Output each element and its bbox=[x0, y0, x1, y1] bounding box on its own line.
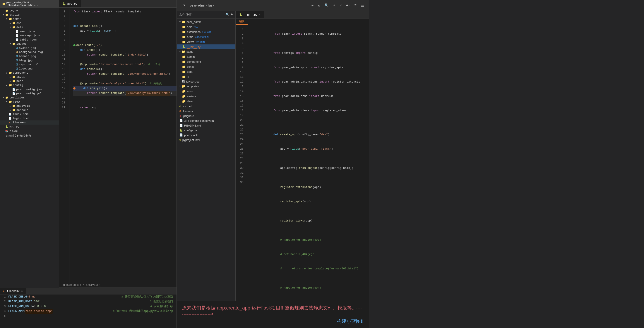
tree-item-external-libs[interactable]: ▶ 📚 外部库 bbox=[0, 129, 59, 134]
tree-item-admin[interactable]: ▼ 📁 admin bbox=[0, 17, 59, 21]
tree-item-config-folder[interactable]: ▶ 📁 config bbox=[0, 83, 59, 87]
toolbar-find-icon[interactable]: ⌕ bbox=[332, 2, 336, 8]
fb-tab-init-py[interactable]: 🐍 __init__.py ✕ bbox=[236, 11, 264, 18]
code-line-15 bbox=[73, 76, 176, 81]
fb-item-readme[interactable]: 📄 README.md bbox=[177, 123, 236, 128]
fb-item-pear-admin[interactable]: ▼ 📁 pear_admin bbox=[177, 19, 236, 24]
fb-line-6: from pear_admin.orms import UserORM bbox=[250, 89, 369, 103]
editor-tabs: 🐍 app.py bbox=[59, 0, 176, 8]
fb-item-init-py[interactable]: 🐍 __init__.py bbox=[177, 44, 236, 49]
toolbar-icon-book[interactable]: 🗂 bbox=[180, 2, 186, 8]
fb-item-favicon[interactable]: 🖼 favicon.ico bbox=[177, 79, 236, 84]
toolbar-font-icon[interactable]: A▾ bbox=[345, 2, 351, 8]
fb-line-22: # return render_template("error/403.html… bbox=[250, 262, 369, 276]
tree-item-flaskenv[interactable]: ▶ ⚙ .flaskenv bbox=[0, 120, 59, 125]
fb-item-static-admin[interactable]: 📁 admin bbox=[177, 54, 236, 59]
toolbar-left: 🗂 pear-admin-flask bbox=[180, 2, 214, 8]
fb-item-templates-system[interactable]: 📁 system bbox=[177, 94, 236, 99]
fb-item-extensions[interactable]: 📁 extensions 扩展插件 bbox=[177, 29, 236, 34]
tree-item-message-json[interactable]: ▶ 📄 message.json bbox=[0, 33, 59, 38]
fb-files-title: 文件 (106) bbox=[179, 13, 192, 16]
tab-flaskenv[interactable]: ⚙ .flaskenv ✕ bbox=[0, 288, 26, 294]
tree-item-css[interactable]: ▶ 📁 css bbox=[0, 21, 59, 25]
fb-subtab-edit[interactable]: 编辑 bbox=[236, 18, 248, 25]
tree-item-avatar[interactable]: ▶ 🖼 avatar.jpg bbox=[0, 46, 59, 50]
tree-item-pear-config-json[interactable]: ▶ 📄 pear.config.json bbox=[0, 87, 59, 91]
code-line-10: return render_template('index.html') bbox=[73, 52, 176, 57]
fb-tab-close[interactable]: ✕ bbox=[259, 13, 260, 16]
tree-item-background[interactable]: ▶ 🖼 background.svg bbox=[0, 50, 59, 54]
tree-item-templates[interactable]: ▼ 📁 templates bbox=[0, 96, 59, 100]
env-content: 1 FLASK_DEBUG=True # 开启调试模式,值为True则可以热重载… bbox=[0, 295, 176, 328]
file-tree: 📁 pear_admin_flask ~/Desktop/pear_admi..… bbox=[0, 0, 59, 288]
code-lines[interactable]: from flask import Flask, render_template… bbox=[70, 8, 176, 283]
breadcrumb: create_app() > analysis() bbox=[59, 283, 176, 288]
fb-code-content[interactable]: 12345 678910 1112131415 1617181920 21222… bbox=[236, 25, 369, 301]
toolbar-search-icon[interactable]: 🔍 bbox=[323, 2, 330, 8]
tree-item-pear-config-yml[interactable]: ▶ 📄 pear.config.yml bbox=[0, 91, 59, 96]
tree-item-pear[interactable]: ▶ 📁 pear bbox=[0, 79, 59, 83]
code-line-14: return render_template('view/console/ind… bbox=[73, 72, 176, 76]
right-panel: 🗂 pear-admin-flask ↩ ↻ 🔍 ⌕ ⚡ A▾ ≡ ☰ bbox=[177, 0, 369, 328]
fb-item-static-js[interactable]: 📁 js bbox=[177, 74, 236, 79]
code-line-11 bbox=[73, 57, 176, 62]
toolbar-undo-icon[interactable]: ↩ bbox=[310, 2, 315, 8]
fb-item-templates-view[interactable]: 📁 view bbox=[177, 99, 236, 104]
tree-item-captcha[interactable]: ▶ 🖼 captcha.gif bbox=[0, 62, 59, 67]
fb-item-pre-commit[interactable]: 📄 .pre-commit-config.yaml bbox=[177, 118, 236, 123]
tree-item-analysis-folder[interactable]: ▶ 📁 analysis bbox=[0, 104, 59, 108]
tree-item-index-html[interactable]: ▶ 📄 index.html bbox=[0, 112, 59, 116]
fb-item-static-component[interactable]: 📁 component bbox=[177, 59, 236, 64]
tree-item-images[interactable]: ▼ 📁 images bbox=[0, 42, 59, 46]
tree-item-banner[interactable]: ▶ 🖼 banner.png bbox=[0, 54, 59, 58]
toolbar-redo-icon[interactable]: ↻ bbox=[316, 2, 321, 8]
tree-item-layui[interactable]: ▶ 📁 layui bbox=[0, 75, 59, 79]
line-numbers: 12345 678910 1112131415 1617181920 21 bbox=[59, 8, 70, 283]
fb-item-orms[interactable]: 📁 orms 关系对象模型 bbox=[177, 34, 236, 39]
fb-item-templates[interactable]: ▼ 📁 templates bbox=[177, 84, 236, 89]
code-line-3 bbox=[73, 19, 176, 24]
fb-add-icon[interactable]: + bbox=[230, 13, 233, 16]
fb-line-13: app.config.from_object(config[config_nam… bbox=[250, 161, 369, 175]
fb-line-numbers: 12345 678910 1112131415 1617181920 21222… bbox=[236, 25, 246, 301]
tree-item-logo[interactable]: ▶ 🖼 logo.png bbox=[0, 67, 59, 71]
fb-item-flaskenv[interactable]: ⚙ .flaskenv bbox=[177, 109, 236, 114]
tree-item-menu-json[interactable]: ▶ 📄 menu.json bbox=[0, 29, 59, 33]
tree-item-table-json[interactable]: ▶ 📄 table.json bbox=[0, 38, 59, 42]
toolbar-list-icon[interactable]: ≡ bbox=[353, 2, 358, 8]
tree-item-temp-console[interactable]: ▶ 🖥 临时文件和控制台 bbox=[0, 134, 59, 138]
fb-code-lines: from flask import Flask, render_template… bbox=[246, 25, 369, 301]
code-line-13: def console(): bbox=[73, 67, 176, 72]
fb-item-views[interactable]: 📁 views 视图函数 bbox=[177, 39, 236, 44]
annotation-banner: 原来我们是根据 app:create_app 运行flask项目!! 遵循规则去… bbox=[177, 301, 369, 328]
tree-item-data[interactable]: ▼ 📁 data bbox=[0, 25, 59, 29]
fb-item-configs-py[interactable]: 🐍 configs.py bbox=[177, 128, 236, 133]
fb-item-templates-error[interactable]: 📁 error bbox=[177, 89, 236, 94]
tree-item-login-html[interactable]: ▶ 📄 login.html bbox=[0, 116, 59, 120]
tree-item-console-folder[interactable]: ▶ 📁 console bbox=[0, 108, 59, 112]
fb-search-icon[interactable]: 🔍 bbox=[226, 13, 229, 16]
fb-item-apis[interactable]: 📁 apis 接口 bbox=[177, 24, 236, 29]
fb-item-static-data[interactable]: 📁 data bbox=[177, 69, 236, 74]
tree-item-venv[interactable]: ▶ 📁 .venv bbox=[0, 9, 59, 13]
tree-item-blog[interactable]: ▶ 🖼 blog.jpg bbox=[0, 58, 59, 62]
fb-item-static-config[interactable]: 📁 config bbox=[177, 64, 236, 69]
tab-app-py[interactable]: 🐍 app.py bbox=[59, 0, 81, 7]
fb-header-icons: 🔍 + bbox=[226, 13, 233, 16]
toolbar-replace-icon[interactable]: ⚡ bbox=[338, 2, 343, 8]
main-container: 📁 pear_admin_flask ~/Desktop/pear_admi..… bbox=[0, 0, 644, 328]
fb-code-view: 🐍 __init__.py ✕ 编辑 12345 678910 11121314… bbox=[236, 11, 369, 301]
fb-item-cz-toml[interactable]: ⚙ .cz.toml bbox=[177, 104, 236, 109]
fb-item-gitignore[interactable]: ◆ .gitignore bbox=[177, 114, 236, 118]
fb-item-static[interactable]: ▼ 📁 static bbox=[177, 49, 236, 54]
code-line-1: from flask import Flask, render_template bbox=[73, 9, 176, 14]
fb-item-pyproject-toml[interactable]: ⚙ pyproject.toml bbox=[177, 138, 236, 142]
fb-code-tabs: 🐍 __init__.py ✕ bbox=[236, 11, 369, 18]
fb-line-4: from pear_admin.apis import register_api… bbox=[250, 60, 369, 75]
toolbar-menu-icon[interactable]: ☰ bbox=[360, 2, 365, 8]
tree-item-static[interactable]: ▼ 📁 static bbox=[0, 13, 59, 17]
tree-item-view-folder[interactable]: ▼ 📁 view bbox=[0, 100, 59, 104]
tree-item-app-py[interactable]: ▶ 🐍 app.py bbox=[0, 125, 59, 129]
tree-item-component[interactable]: ▶ 📁 component bbox=[0, 71, 59, 75]
fb-item-poetry-lock[interactable]: 📄 poetry.lock bbox=[177, 133, 236, 138]
